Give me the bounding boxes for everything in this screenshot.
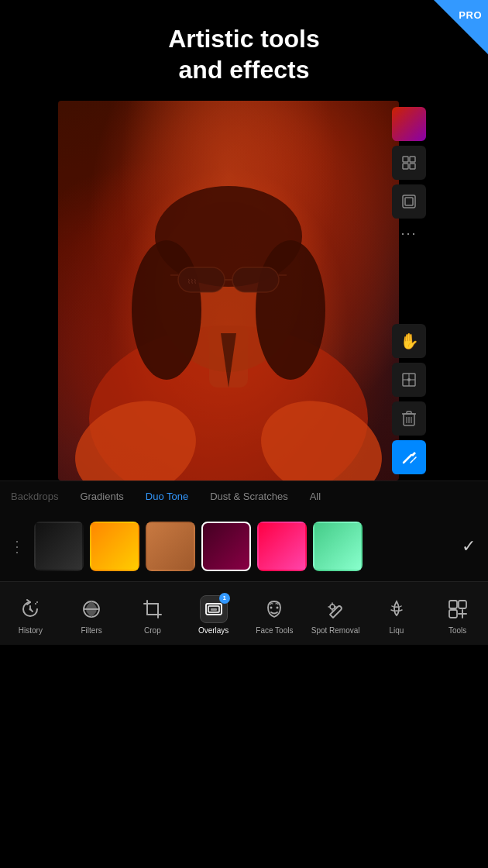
tab-backdrops[interactable]: Backdrops [0, 487, 69, 505]
tab-all[interactable]: All [299, 487, 332, 505]
tab-dust-scratches[interactable]: Dust & Scratches [199, 487, 298, 505]
plus-icon [448, 599, 468, 619]
svg-line-34 [414, 457, 416, 460]
layers-tool-button[interactable] [392, 184, 426, 219]
spot-removal-label: Spot Removal [311, 626, 360, 636]
liqu-label: Liqu [389, 626, 404, 636]
svg-line-32 [404, 455, 411, 463]
overlays-tool[interactable]: 1 Overlays [189, 595, 239, 636]
category-tabs: Backdrops Gradients Duo Tone Dust & Scra… [0, 480, 488, 512]
spot-removal-icon [325, 599, 345, 619]
more-menu-dots[interactable]: ⋮ [400, 226, 418, 243]
svg-point-25 [407, 378, 411, 381]
face-tools-tool[interactable]: Face Tools [249, 595, 299, 636]
trash-icon [401, 410, 417, 427]
spot-removal-tool[interactable]: Spot Removal [311, 595, 360, 636]
edit-tool-button[interactable] [392, 440, 426, 474]
svg-rect-56 [449, 601, 457, 608]
svg-rect-16 [403, 157, 408, 162]
preset-dark[interactable] [34, 522, 84, 571]
svg-rect-57 [459, 601, 466, 608]
face-tools-label: Face Tools [256, 626, 293, 636]
crop-label: Crop [144, 626, 161, 636]
tab-gradients[interactable]: Gradients [69, 487, 134, 505]
bottom-toolbar: History Filters Crop [0, 581, 488, 645]
title-text: Artistic tools and effects [15, 23, 473, 85]
face-tools-icon-wrapper [260, 595, 288, 623]
svg-rect-58 [449, 610, 457, 618]
apply-check-button[interactable]: ✓ [455, 536, 482, 556]
svg-rect-17 [410, 157, 415, 162]
wand-icon [400, 449, 418, 466]
svg-point-51 [330, 604, 335, 609]
svg-rect-18 [403, 164, 408, 169]
svg-point-39 [35, 603, 36, 604]
svg-point-49 [270, 606, 273, 608]
svg-line-35 [411, 460, 413, 463]
preset-pink[interactable] [257, 522, 307, 571]
preset-orange[interactable] [90, 522, 139, 571]
svg-rect-19 [410, 164, 415, 169]
photo-background: ⌇⌇⌇ [58, 101, 399, 480]
svg-point-50 [277, 606, 279, 608]
tools-icon-wrapper [444, 595, 472, 623]
preset-brown[interactable] [146, 522, 195, 571]
pro-label: PRO [459, 9, 482, 21]
svg-rect-21 [405, 198, 413, 205]
right-toolbar: ⋮ ✋ [388, 101, 430, 480]
transform-icon [400, 371, 418, 388]
tools-tool[interactable]: Tools [433, 595, 483, 636]
face-tools-icon [264, 599, 284, 619]
crop-icon-wrapper [139, 595, 167, 623]
spot-removal-icon-wrapper [321, 595, 349, 623]
presets-row: ⋮ ✓ [0, 512, 488, 581]
hand-tool-button[interactable]: ✋ [392, 324, 426, 358]
liqu-icon-wrapper [383, 595, 411, 623]
person-svg: ⌇⌇⌇ [58, 101, 399, 480]
history-icon [20, 599, 40, 619]
filters-icon-wrapper [77, 595, 105, 623]
preset-dark-red[interactable] [201, 522, 251, 571]
overlays-icon-wrapper: 1 [200, 595, 228, 623]
history-label: History [19, 626, 43, 636]
crop-tool[interactable]: Crop [128, 595, 177, 636]
hand-icon: ✋ [400, 332, 419, 350]
color-tool-button[interactable] [392, 107, 426, 141]
presets-more-dots[interactable]: ⋮ [6, 539, 28, 554]
tab-duo-tone[interactable]: Duo Tone [135, 487, 199, 505]
overlays-badge: 1 [219, 593, 230, 604]
grid-tool-button[interactable] [392, 146, 426, 180]
crop-icon [143, 599, 163, 619]
delete-tool-button[interactable] [392, 401, 426, 436]
filters-icon [81, 599, 101, 619]
editor-area: ⌇⌇⌇ [58, 101, 430, 480]
layers-icon [400, 193, 418, 210]
filters-label: Filters [81, 626, 102, 636]
preset-green[interactable] [313, 522, 363, 571]
svg-point-40 [36, 601, 38, 603]
grid-icon [401, 155, 417, 170]
svg-rect-28 [407, 412, 411, 414]
overlays-label: Overlays [198, 626, 229, 636]
header-title: Artistic tools and effects [0, 0, 488, 101]
history-icon-wrapper [16, 595, 44, 623]
filters-tool[interactable]: Filters [67, 595, 116, 636]
liqu-icon [387, 599, 407, 619]
history-tool[interactable]: History [5, 595, 55, 636]
transform-tool-button[interactable] [392, 363, 426, 397]
svg-line-38 [30, 609, 33, 611]
tools-label: Tools [448, 626, 466, 636]
svg-rect-48 [211, 608, 217, 611]
svg-marker-33 [411, 452, 416, 456]
photo-canvas[interactable]: ⌇⌇⌇ [58, 101, 399, 480]
liqu-tool[interactable]: Liqu [372, 595, 421, 636]
